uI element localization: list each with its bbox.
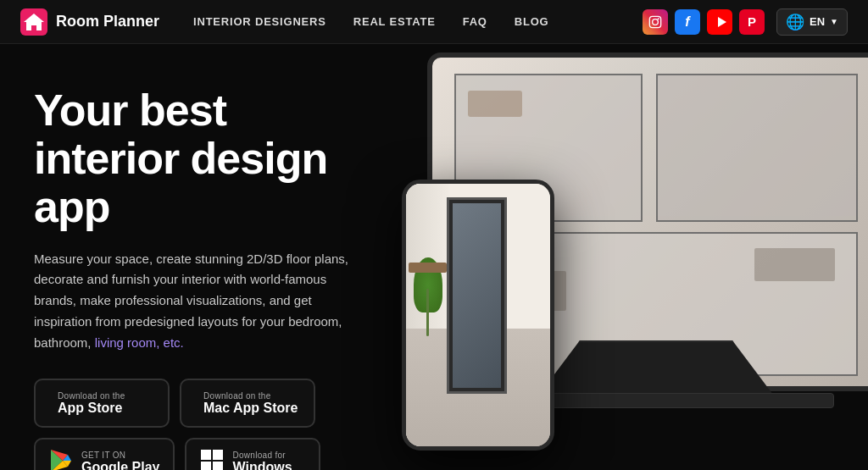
facebook-icon[interactable]: f: [675, 9, 700, 35]
logo-text: Room Planner: [56, 13, 159, 30]
nav-interior-designers[interactable]: INTERIOR DESIGNERS: [193, 15, 326, 28]
phone-device: [402, 180, 554, 451]
logo-icon: [20, 8, 47, 36]
hero-content: Your best interior design app Measure yo…: [0, 44, 390, 470]
svg-rect-1: [649, 16, 660, 27]
windows-icon: [200, 449, 224, 470]
hero-title: Your best interior design app: [34, 86, 364, 232]
lang-selector[interactable]: 🌐 EN ▼: [776, 8, 848, 36]
hero-section: Your best interior design app Measure yo…: [0, 44, 868, 470]
google-play-icon: [49, 449, 73, 470]
door-frame: [447, 197, 507, 395]
windows-text: Download for Windows: [232, 451, 292, 470]
nav-blog[interactable]: BLOG: [515, 15, 549, 28]
hero-image: [376, 53, 868, 467]
svg-rect-12: [201, 462, 211, 470]
chevron-down-icon: ▼: [830, 17, 838, 26]
mac-app-store-button[interactable]: Download on the Mac App Store: [180, 379, 315, 428]
furniture-2: [754, 248, 835, 281]
download-buttons: Download on the App Store Download on th…: [34, 379, 364, 470]
svg-rect-10: [201, 450, 211, 460]
phone-screen: [406, 184, 550, 446]
svg-point-2: [653, 19, 659, 25]
instagram-icon[interactable]: [643, 9, 668, 35]
svg-point-3: [658, 18, 659, 19]
pinterest-icon[interactable]: P: [739, 9, 765, 35]
navbar: Room Planner INTERIOR DESIGNERS REAL EST…: [0, 0, 868, 44]
furniture-1: [468, 91, 521, 117]
windows-button[interactable]: Download for Windows: [185, 438, 320, 470]
lang-label: EN: [810, 15, 825, 28]
shelf: [409, 263, 446, 273]
fp-room-2: [656, 74, 858, 222]
room-scene: [406, 184, 550, 446]
plant-stem: [426, 289, 429, 336]
nav-links: INTERIOR DESIGNERS REAL ESTATE FAQ BLOG: [193, 15, 643, 28]
door-glass: [453, 203, 501, 389]
highlight-text: living room, etc.: [95, 335, 184, 350]
svg-rect-11: [213, 450, 223, 460]
google-play-button[interactable]: GET IT ON Google Play: [34, 438, 175, 470]
svg-marker-4: [718, 17, 726, 27]
hero-description: Measure your space, create stunning 2D/3…: [34, 249, 364, 354]
nav-real-estate[interactable]: REAL ESTATE: [353, 15, 436, 28]
app-store-text: Download on the App Store: [58, 391, 125, 416]
mac-app-store-text: Download on the Mac App Store: [203, 391, 298, 416]
youtube-icon[interactable]: [707, 9, 732, 35]
svg-rect-13: [213, 462, 223, 470]
social-icons: f P: [643, 9, 765, 35]
app-store-button[interactable]: Download on the App Store: [34, 379, 170, 428]
nav-faq[interactable]: FAQ: [463, 15, 487, 28]
logo[interactable]: Room Planner: [20, 8, 159, 36]
google-play-text: GET IT ON Google Play: [81, 451, 159, 470]
